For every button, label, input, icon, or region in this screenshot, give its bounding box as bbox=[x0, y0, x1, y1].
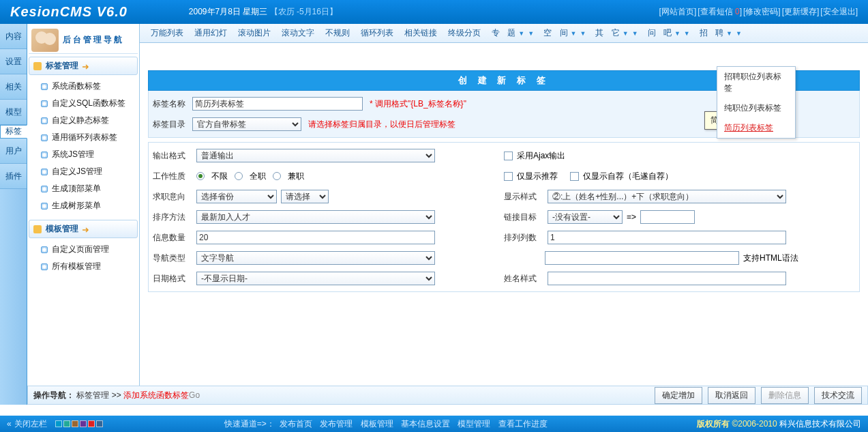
date-bar: 2009年7月8日 星期三 【农历 -5月16日】 bbox=[189, 6, 338, 18]
bullet-icon bbox=[41, 117, 48, 124]
select-display-style[interactable]: ②:上（姓名+性别...）+下（求职意向） bbox=[548, 190, 786, 203]
tab-scroll-text[interactable]: 滚动文字 bbox=[276, 24, 320, 42]
ltab-user[interactable]: 用户 bbox=[0, 139, 27, 164]
tab-slideshow[interactable]: 通用幻灯 bbox=[189, 24, 233, 42]
ltab-settings[interactable]: 设置 bbox=[0, 49, 27, 74]
btn-tech-exchange[interactable]: 技术交流 bbox=[814, 387, 862, 404]
swatch-green[interactable] bbox=[63, 420, 70, 427]
input-tag-name[interactable] bbox=[192, 97, 363, 111]
link-password[interactable]: [修改密码] bbox=[743, 6, 781, 18]
sidebar-item[interactable]: 自定义JS管理 bbox=[29, 163, 138, 180]
close-left-panel[interactable]: 关闭左栏 bbox=[14, 418, 47, 430]
radio-unlimited[interactable] bbox=[196, 172, 205, 180]
select-date-format[interactable]: -不显示日期- bbox=[196, 272, 435, 285]
swatch-brown[interactable] bbox=[72, 420, 78, 427]
tab-loop-list[interactable]: 循环列表 bbox=[355, 24, 399, 42]
crumb-label-manage[interactable]: 标签管理 bbox=[76, 390, 109, 400]
ltab-plugin[interactable]: 插件 bbox=[0, 164, 27, 189]
tab-recruit[interactable]: 招 聘▼▼ bbox=[694, 24, 746, 42]
sidebar-item[interactable]: 生成树形菜单 bbox=[29, 197, 138, 214]
crumb-add-sys-label[interactable]: 添加系统函数标签 bbox=[123, 390, 189, 400]
link-home[interactable]: [网站首页] bbox=[659, 6, 697, 18]
sidebar-item[interactable]: 系统JS管理 bbox=[29, 146, 138, 163]
sidebar-item-label: 生成树形菜单 bbox=[52, 200, 101, 212]
tab-topic[interactable]: 专 题▼▼ bbox=[486, 24, 538, 42]
sidebar-item-label: 通用循环列表标签 bbox=[52, 132, 117, 143]
radio-parttime[interactable] bbox=[273, 172, 281, 180]
quick-job-progress[interactable]: 查看工作进度 bbox=[498, 419, 548, 429]
sidebar-item[interactable]: 自定义SQL函数标签 bbox=[29, 95, 138, 112]
ltab-model[interactable]: 模型 bbox=[0, 100, 27, 125]
select-output-format[interactable]: 普通输出 bbox=[196, 149, 435, 162]
quick-publish-home[interactable]: 发布首页 bbox=[280, 419, 312, 429]
top-links: [网站首页] [查看短信 0] [修改密码] [更新缓存] [安全退出] bbox=[659, 6, 858, 18]
select-city[interactable]: 请选择 bbox=[281, 190, 329, 203]
select-nav-type[interactable]: 文字导航 bbox=[196, 251, 435, 265]
swatch-red[interactable] bbox=[88, 420, 95, 427]
content-area: 万能列表 通用幻灯 滚动图片 滚动文字 不规则 循环列表 相关链接 终级分页 专… bbox=[140, 24, 868, 405]
quick-basic-settings[interactable]: 基本信息设置 bbox=[401, 419, 450, 429]
sidebar-item-label: 自定义静态标签 bbox=[52, 115, 109, 126]
ltab-label[interactable]: 标签 bbox=[0, 125, 27, 139]
quick-model-manage[interactable]: 模型管理 bbox=[458, 419, 490, 429]
checkbox-self-rec[interactable] bbox=[570, 172, 579, 181]
btn-delete-info[interactable]: 删除信息 bbox=[761, 387, 809, 404]
tab-space[interactable]: 空 间▼▼ bbox=[538, 24, 590, 42]
dropdown-item-job-list[interactable]: 招聘职位列表标签 bbox=[717, 67, 795, 98]
swatch-purple[interactable] bbox=[80, 420, 87, 427]
checkbox-ajax[interactable] bbox=[504, 152, 513, 160]
arrow-eq: => bbox=[627, 212, 636, 222]
sidebar-item[interactable]: 所有模板管理 bbox=[29, 258, 138, 275]
swatch-blue[interactable] bbox=[55, 420, 62, 427]
side-group-template-manage[interactable]: 模板管理 bbox=[29, 220, 138, 238]
collapse-icon[interactable]: « bbox=[7, 419, 10, 429]
theme-swatches bbox=[55, 420, 103, 427]
link-cache[interactable]: [更新缓存] bbox=[782, 6, 820, 18]
input-link-extra[interactable] bbox=[640, 210, 695, 224]
form-block-2: 输出格式 普通输出 采用Ajax输出 工作性质 不限 全职 兼职 bbox=[148, 142, 860, 292]
select-province[interactable]: 选择省份 bbox=[196, 190, 277, 203]
arrow-icon bbox=[83, 63, 92, 70]
top-bar: KesionCMS V6.0 2009年7月8日 星期三 【农历 -5月16日】… bbox=[0, 0, 868, 24]
ltab-related[interactable]: 相关 bbox=[0, 74, 27, 100]
bullet-icon bbox=[41, 203, 48, 210]
tab-related-links[interactable]: 相关链接 bbox=[399, 24, 443, 42]
tab-ask[interactable]: 问 吧▼▼ bbox=[642, 24, 694, 42]
footer-buttons: 确定增加 取消返回 删除信息 技术交流 bbox=[655, 387, 862, 404]
side-group-label-manage[interactable]: 标签管理 bbox=[29, 57, 138, 75]
lbl-work-nature: 工作性质 bbox=[153, 171, 190, 182]
tab-other[interactable]: 其 它▼▼ bbox=[590, 24, 642, 42]
sidebar-item[interactable]: 生成顶部菜单 bbox=[29, 180, 138, 197]
quick-template-manage[interactable]: 模板管理 bbox=[361, 419, 393, 429]
select-link-target[interactable]: -没有设置- bbox=[548, 210, 623, 224]
lbl-ajax: 采用Ajax输出 bbox=[517, 150, 565, 162]
dropdown-item-pure-job[interactable]: 纯职位列表标签 bbox=[717, 98, 795, 118]
input-info-count[interactable] bbox=[196, 231, 435, 244]
radio-fulltime[interactable] bbox=[235, 172, 243, 180]
btn-confirm-add[interactable]: 确定增加 bbox=[655, 387, 702, 404]
input-html[interactable] bbox=[545, 251, 739, 265]
quick-links: 快速通道=>： 发布首页 发布管理 模板管理 基本信息设置 模型管理 查看工作进… bbox=[224, 418, 550, 430]
swatch-navy[interactable] bbox=[96, 420, 103, 427]
link-sms[interactable]: [查看短信 0] bbox=[698, 6, 742, 18]
tab-irregular[interactable]: 不规则 bbox=[320, 24, 355, 42]
select-sort[interactable]: 最新加入人才 bbox=[196, 210, 435, 224]
sidebar-item-label: 系统JS管理 bbox=[52, 149, 94, 160]
tab-final-page[interactable]: 终级分页 bbox=[443, 24, 486, 42]
btn-cancel-return[interactable]: 取消返回 bbox=[708, 387, 755, 404]
sidebar-item[interactable]: 自定义静态标签 bbox=[29, 112, 138, 129]
input-name-style[interactable] bbox=[548, 272, 786, 285]
date-text: 2009年7月8日 星期三 bbox=[189, 7, 267, 16]
sidebar-item[interactable]: 自定义页面管理 bbox=[29, 241, 138, 258]
tab-scroll-image[interactable]: 滚动图片 bbox=[233, 24, 276, 42]
input-columns[interactable] bbox=[548, 231, 786, 244]
link-exit[interactable]: [安全退出] bbox=[820, 6, 858, 18]
sidebar-item[interactable]: 通用循环列表标签 bbox=[29, 129, 138, 146]
select-tag-dir[interactable]: 官方自带标签 bbox=[192, 117, 301, 131]
quick-publish-manage[interactable]: 发布管理 bbox=[320, 419, 353, 429]
ltab-content[interactable]: 内容 bbox=[0, 24, 27, 49]
tab-universal-list[interactable]: 万能列表 bbox=[145, 24, 189, 42]
sidebar-item[interactable]: 系统函数标签 bbox=[29, 78, 138, 95]
checkbox-recommend[interactable] bbox=[504, 172, 513, 181]
dropdown-item-resume-list[interactable]: 简历列表标签 bbox=[717, 118, 795, 138]
